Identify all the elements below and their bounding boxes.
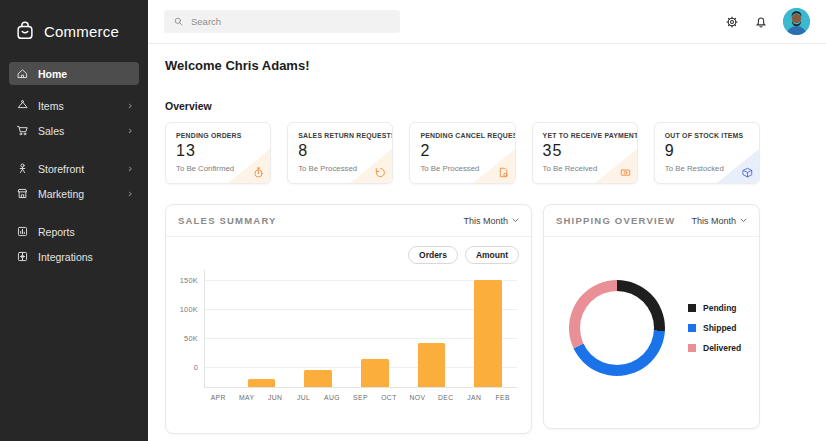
sidebar-item-integrations[interactable]: Integrations xyxy=(9,245,139,268)
sidebar-item-label: Integrations xyxy=(38,251,93,263)
bar-chart-x-axis: APRMAYJUNJULAUGSEPOCTNOVDECJANFEB xyxy=(204,388,517,408)
bar-chart-y-axis: 150K100K50K0 xyxy=(170,270,204,388)
welcome-heading: Welcome Chris Adams! xyxy=(165,58,809,73)
bar-plot xyxy=(204,270,517,388)
chevron-right-icon: › xyxy=(128,125,132,136)
shipping-overview-period-label: This Month xyxy=(691,216,736,226)
nav-group-gap xyxy=(9,144,139,157)
sales-summary-title: SALES SUMMARY xyxy=(178,215,277,226)
x-tick-label: JUL xyxy=(289,394,317,408)
card-accent-icon-wrap xyxy=(619,165,632,178)
card-pending-orders[interactable]: PENDING ORDERS13To Be Confirmed xyxy=(165,122,271,184)
donut-legend: PendingShippedDelivered xyxy=(688,303,741,353)
x-tick-label: SEP xyxy=(346,394,374,408)
store-icon xyxy=(16,187,29,200)
bar-may-jun xyxy=(248,379,276,387)
card-accent-icon-wrap xyxy=(497,165,510,178)
bar-sep-oct xyxy=(361,359,389,387)
box-icon xyxy=(741,166,754,179)
chevron-right-icon: › xyxy=(128,188,132,199)
dashboard-panels: SALES SUMMARY This Month OrdersAmount 15… xyxy=(165,204,809,434)
chevron-down-icon xyxy=(512,218,519,223)
card-accent-icon-wrap xyxy=(374,165,387,178)
card-title: PENDING CANCEL REQUESTS xyxy=(420,132,504,139)
card-sales-return-requests[interactable]: SALES RETURN REQUESTS8To Be Processed xyxy=(287,122,393,184)
legend-swatch xyxy=(688,344,696,352)
search-icon xyxy=(173,16,184,27)
legend-item-delivered: Delivered xyxy=(688,343,741,353)
legend-swatch xyxy=(688,324,696,332)
bar-nov-dec xyxy=(418,343,446,387)
card-yet-to-receive-payments[interactable]: YET TO RECEIVE PAYMENTS35To Be Received xyxy=(532,122,638,184)
bell-icon xyxy=(754,15,768,29)
sidebar-item-label: Storefront xyxy=(38,163,84,175)
toggle-amount[interactable]: Amount xyxy=(465,246,519,264)
shipping-overview-header: SHIPPING OVERVIEW This Month xyxy=(544,205,759,237)
notifications-button[interactable] xyxy=(754,15,768,29)
sales-summary-period-dropdown[interactable]: This Month xyxy=(463,216,519,226)
x-tick-label: OCT xyxy=(375,394,403,408)
legend-item-shipped: Shipped xyxy=(688,323,741,333)
legend-label: Pending xyxy=(703,303,737,313)
app-window: Commerce HomeItems›Sales›Storefront›Mark… xyxy=(0,0,826,441)
sidebar-item-reports[interactable]: Reports xyxy=(9,220,139,243)
avatar-image xyxy=(783,8,810,35)
card-accent-icon-wrap xyxy=(252,165,265,178)
y-tick-label: 50K xyxy=(184,334,198,343)
sidebar-item-sales[interactable]: Sales› xyxy=(9,119,139,142)
sales-bar-chart: 150K100K50K0 APRMAYJUNJULAUGSEPOCTNOVDEC… xyxy=(166,266,531,408)
sales-summary-period-label: This Month xyxy=(463,216,508,226)
sidebar-item-label: Marketing xyxy=(38,188,84,200)
y-tick-label: 150K xyxy=(180,276,198,285)
stopwatch-icon xyxy=(252,166,265,179)
search-placeholder: Search xyxy=(191,16,221,27)
shipping-overview-title: SHIPPING OVERVIEW xyxy=(556,215,675,226)
sales-summary-toggles: OrdersAmount xyxy=(166,237,531,266)
sidebar-item-home[interactable]: Home xyxy=(9,62,139,85)
cash-icon xyxy=(619,166,632,179)
toggle-orders[interactable]: Orders xyxy=(408,246,458,264)
sidebar-item-marketing[interactable]: Marketing› xyxy=(9,182,139,205)
sidebar-item-label: Items xyxy=(38,100,64,112)
file-gear-icon xyxy=(497,166,510,179)
sidebar-item-label: Sales xyxy=(38,125,64,137)
topbar: Search xyxy=(148,0,826,44)
home-icon xyxy=(16,67,29,80)
x-tick-label: NOV xyxy=(403,394,431,408)
card-pending-cancel-requests[interactable]: PENDING CANCEL REQUESTS2To Be Processed xyxy=(409,122,515,184)
donut-hole xyxy=(580,291,654,365)
y-tick-label: 100K xyxy=(180,305,198,314)
nav-group-gap xyxy=(9,207,139,220)
sales-summary-header: SALES SUMMARY This Month xyxy=(166,205,531,237)
overview-cards: PENDING ORDERS13To Be ConfirmedSALES RET… xyxy=(165,122,760,184)
card-out-of-stock-items[interactable]: OUT OF STOCK ITEMS9To Be Restocked xyxy=(654,122,760,184)
sidebar-item-items[interactable]: Items› xyxy=(9,94,139,117)
cart-icon xyxy=(16,124,29,137)
user-avatar[interactable] xyxy=(783,8,810,35)
sales-summary-panel: SALES SUMMARY This Month OrdersAmount 15… xyxy=(165,204,532,434)
shipping-overview-period-dropdown[interactable]: This Month xyxy=(691,216,747,226)
gridline xyxy=(205,338,517,339)
gear-icon xyxy=(725,15,739,29)
chevron-right-icon: › xyxy=(128,163,132,174)
x-tick-label: DEC xyxy=(432,394,460,408)
legend-item-pending: Pending xyxy=(688,303,741,313)
bar-jan-feb xyxy=(474,280,502,387)
legend-label: Shipped xyxy=(703,323,737,333)
gridline xyxy=(205,280,517,281)
main-area: Search xyxy=(148,0,826,441)
chevron-down-icon xyxy=(740,218,747,223)
x-tick-label: MAY xyxy=(232,394,260,408)
sidebar-item-storefront[interactable]: Storefront› xyxy=(9,157,139,180)
card-title: PENDING ORDERS xyxy=(176,132,260,139)
search-input[interactable]: Search xyxy=(164,10,400,33)
sidebar: Commerce HomeItems›Sales›Storefront›Mark… xyxy=(0,0,148,441)
x-tick-label: APR xyxy=(204,394,232,408)
sidebar-item-label: Reports xyxy=(38,226,75,238)
legend-swatch xyxy=(688,304,696,312)
settings-button[interactable] xyxy=(725,15,739,29)
shopping-bag-logo-icon xyxy=(14,20,36,42)
integrations-icon xyxy=(16,250,29,263)
person-icon xyxy=(16,162,29,175)
overview-heading: Overview xyxy=(165,100,809,112)
